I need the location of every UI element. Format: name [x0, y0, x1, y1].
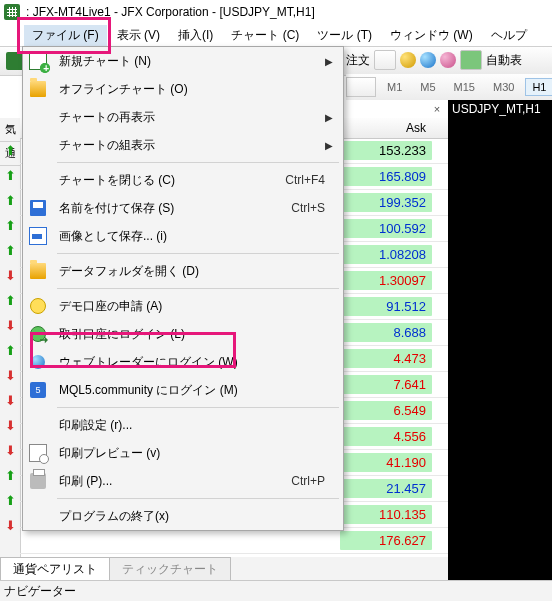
close-icon[interactable]: ×: [430, 102, 444, 116]
menu-label: チャートを閉じる (C): [53, 172, 285, 189]
menu-bar: ファイル (F) 表示 (V) 挿入(I) チャート (C) ツール (T) ウ…: [0, 24, 552, 46]
up-arrow-icon: ⬆: [0, 463, 20, 488]
up-arrow-icon: ⬆: [0, 238, 20, 263]
menu-chart[interactable]: チャート (C): [223, 25, 307, 46]
save-icon: [30, 200, 46, 216]
image-icon: [29, 227, 47, 245]
down-arrow-icon: ⬇: [0, 313, 20, 338]
menu-print-setup[interactable]: 印刷設定 (r)...: [23, 411, 343, 439]
up-arrow-icon: ⬆: [0, 213, 20, 238]
menu-profiles[interactable]: チャートの組表示 ▶: [23, 131, 343, 159]
menu-label: オフラインチャート (O): [53, 81, 343, 98]
globe-icon: [31, 355, 45, 369]
autotrade-label: 自動表: [486, 52, 522, 69]
toolbar-button[interactable]: [374, 50, 396, 70]
down-arrow-icon: ⬇: [0, 363, 20, 388]
menu-separator: [57, 162, 339, 163]
up-arrow-icon: ⬆: [0, 338, 20, 363]
window-title: : JFX-MT4Live1 - JFX Corporation - [USDJ…: [26, 5, 315, 19]
up-arrow-icon: ⬆: [0, 288, 20, 313]
ask-cell: 4.473: [340, 349, 432, 368]
menu-close-chart[interactable]: チャートを閉じる (C) Ctrl+F4: [23, 166, 343, 194]
toolbar-right: 注文 自動表: [346, 46, 522, 74]
ask-cell: 153.233: [340, 141, 432, 160]
title-bar: : JFX-MT4Live1 - JFX Corporation - [USDJ…: [0, 0, 552, 24]
menu-label: 画像として保存... (i): [53, 228, 343, 245]
autotrade-button[interactable]: [460, 50, 482, 70]
navigator-label: ナビゲーター: [4, 583, 76, 600]
menu-login-mql5[interactable]: 5 MQL5.community にログイン (M): [23, 376, 343, 404]
app-icon: [4, 4, 20, 20]
menu-label: 新規チャート (N): [53, 53, 343, 70]
menu-label: デモ口座の申請 (A): [53, 298, 343, 315]
submenu-arrow-icon: ▶: [325, 56, 333, 67]
menu-login-webtrader[interactable]: ウェブトレーダーにログイン (W): [23, 348, 343, 376]
print-preview-icon: [29, 444, 47, 462]
new-order-button[interactable]: 注文: [346, 52, 370, 69]
toolbar-icon[interactable]: [420, 52, 436, 68]
menu-accel: Ctrl+S: [291, 201, 343, 215]
submenu-arrow-icon: ▶: [325, 112, 333, 123]
menu-help[interactable]: ヘルプ: [483, 25, 535, 46]
tf-m5[interactable]: M5: [413, 78, 442, 96]
menu-label: 印刷 (P)...: [53, 473, 291, 490]
menu-label: 取引口座にログイン (L): [53, 326, 343, 343]
tf-m15[interactable]: M15: [447, 78, 482, 96]
tf-h1[interactable]: H1: [525, 78, 552, 96]
chart-area[interactable]: USDJPY_MT,H1: [448, 100, 552, 581]
down-arrow-icon: ⬇: [0, 513, 20, 538]
tf-m30[interactable]: M30: [486, 78, 521, 96]
menu-insert[interactable]: 挿入(I): [170, 25, 221, 46]
up-arrow-icon: ⬆: [0, 138, 20, 163]
menu-view[interactable]: 表示 (V): [109, 25, 168, 46]
ask-cell: 1.30097: [340, 271, 432, 290]
menu-print[interactable]: 印刷 (P)... Ctrl+P: [23, 467, 343, 495]
menu-new-chart[interactable]: 新規チャート (N) ▶: [23, 47, 343, 75]
timeframe-bar: M1 M5 M15 M30 H1: [346, 74, 552, 100]
ask-cell: 91.512: [340, 297, 432, 316]
menu-open-data-folder[interactable]: データフォルダを開く (D): [23, 257, 343, 285]
chart-title: USDJPY_MT,H1: [448, 100, 552, 118]
col-ask: Ask: [406, 121, 426, 135]
menu-exit[interactable]: プログラムの終了(x): [23, 502, 343, 530]
new-chart-icon: [29, 52, 47, 70]
folder-icon: [30, 263, 46, 279]
up-arrow-icon: ⬆: [0, 488, 20, 513]
menu-print-preview[interactable]: 印刷プレビュー (v): [23, 439, 343, 467]
mql5-icon: 5: [30, 382, 46, 398]
toolbar-icon[interactable]: [440, 52, 456, 68]
down-arrow-icon: ⬇: [0, 388, 20, 413]
ask-cell: 6.549: [340, 401, 432, 420]
direction-arrows: ⬆⬆⬆⬆⬆⬇⬆⬇⬆⬇⬇⬇⬇⬆⬆⬇: [0, 138, 20, 557]
menu-label: ウェブトレーダーにログイン (W): [53, 354, 343, 371]
toolbar-button[interactable]: [346, 77, 376, 97]
tab-pair-list[interactable]: 通貨ペアリスト: [0, 557, 110, 581]
ask-cell: 4.556: [340, 427, 432, 446]
menu-save-image[interactable]: 画像として保存... (i): [23, 222, 343, 250]
menu-reopen-chart[interactable]: チャートの再表示 ▶: [23, 103, 343, 131]
tf-m1[interactable]: M1: [380, 78, 409, 96]
navigator-bar: ナビゲーター: [0, 580, 552, 601]
menu-file[interactable]: ファイル (F): [24, 25, 107, 46]
ask-cell: 199.352: [340, 193, 432, 212]
menu-save-as[interactable]: 名前を付けて保存 (S) Ctrl+S: [23, 194, 343, 222]
menu-window[interactable]: ウィンドウ (W): [382, 25, 481, 46]
login-icon: [30, 326, 46, 342]
menu-offline-chart[interactable]: オフラインチャート (O): [23, 75, 343, 103]
menu-login-trade-account[interactable]: 取引口座にログイン (L): [23, 320, 343, 348]
menu-separator: [57, 253, 339, 254]
menu-separator: [57, 498, 339, 499]
tab-tick-chart[interactable]: ティックチャート: [109, 557, 231, 581]
menu-label: プログラムの終了(x): [53, 508, 343, 525]
menu-tool[interactable]: ツール (T): [309, 25, 380, 46]
toolbar-icon[interactable]: [400, 52, 416, 68]
ask-cell: 41.190: [340, 453, 432, 472]
menu-label: 印刷設定 (r)...: [53, 417, 343, 434]
ask-cell: 21.457: [340, 479, 432, 498]
printer-icon: [30, 473, 46, 489]
price-row[interactable]: 176.627: [20, 528, 448, 554]
menu-label: チャートの組表示: [53, 137, 343, 154]
demo-account-icon: [30, 298, 46, 314]
menu-demo-account[interactable]: デモ口座の申請 (A): [23, 292, 343, 320]
menu-label: チャートの再表示: [53, 109, 343, 126]
